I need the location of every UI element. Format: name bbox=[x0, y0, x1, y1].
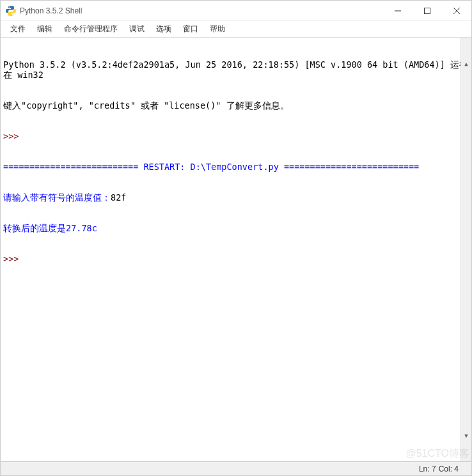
minimize-button[interactable] bbox=[383, 1, 413, 20]
user-input: 82f bbox=[111, 192, 126, 203]
scroll-up-arrow[interactable]: ▲ bbox=[461, 58, 471, 69]
maximize-button[interactable] bbox=[413, 1, 442, 20]
status-col: Col: 4 bbox=[439, 464, 459, 473]
menu-debug[interactable]: 调试 bbox=[123, 21, 150, 37]
prompt: >>> bbox=[3, 254, 24, 264]
window-title: Python 3.5.2 Shell bbox=[20, 6, 383, 15]
scroll-down-arrow[interactable]: ▼ bbox=[461, 430, 471, 441]
banner-line-1: Python 3.5.2 (v3.5.2:4def2a2901a5, Jun 2… bbox=[3, 59, 469, 80]
menu-help[interactable]: 帮助 bbox=[204, 21, 231, 37]
window-controls bbox=[383, 1, 471, 20]
menu-file[interactable]: 文件 bbox=[4, 21, 31, 37]
restart-line: ========================== RESTART: D:\T… bbox=[3, 162, 469, 172]
menubar: 文件 编辑 命令行管理程序 调试 选项 窗口 帮助 bbox=[1, 21, 471, 38]
prompt: >>> bbox=[3, 131, 24, 141]
input-prompt-text: 请输入带有符号的温度值： bbox=[3, 192, 111, 203]
python-icon bbox=[6, 6, 16, 16]
banner-line-2: 键入"copyright", "credits" 或者 "license()" … bbox=[3, 100, 469, 111]
menu-options[interactable]: 选项 bbox=[150, 21, 177, 37]
status-line: Ln: 7 bbox=[419, 464, 436, 473]
console-area[interactable]: Python 3.5.2 (v3.5.2:4def2a2901a5, Jun 2… bbox=[1, 38, 471, 461]
close-button[interactable] bbox=[442, 1, 471, 20]
menu-window[interactable]: 窗口 bbox=[177, 21, 204, 37]
statusbar: Ln: 7 Col: 4 bbox=[1, 461, 471, 475]
output-line: 转换后的温度是27.78c bbox=[3, 223, 469, 233]
menu-edit[interactable]: 编辑 bbox=[31, 21, 58, 37]
menu-shell[interactable]: 命令行管理程序 bbox=[58, 21, 123, 37]
vertical-scrollbar[interactable]: ▲ ▼ bbox=[460, 38, 471, 461]
svg-rect-1 bbox=[425, 8, 430, 13]
titlebar: Python 3.5.2 Shell bbox=[1, 1, 471, 21]
